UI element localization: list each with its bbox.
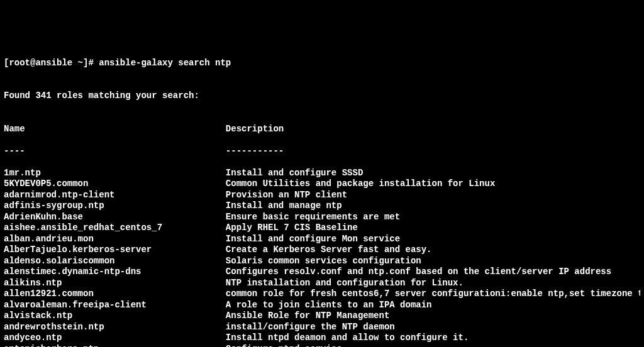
role-description: Common Utilities and package installatio… [226, 179, 640, 190]
divider-row: --------------- [4, 146, 640, 157]
result-row: alikins.ntpNTP installation and configur… [4, 278, 640, 289]
prompt-line: [root@ansible ~]# ansible-galaxy search … [4, 58, 640, 69]
role-name: allen12921.common [4, 289, 226, 300]
result-row: alvaroaleman.freeipa-clientA role to joi… [4, 300, 640, 311]
role-description: Ansible Role for NTP Management [226, 311, 640, 322]
role-description: Ensure basic requirements are met [226, 212, 640, 223]
role-name: andyceo.ntp [4, 333, 226, 344]
role-description: Install and configure Mon service [226, 234, 640, 245]
role-name: andrewrothstein.ntp [4, 322, 226, 333]
role-description: install/configure the NTP daemon [226, 322, 640, 333]
role-name: 5KYDEV0P5.common [4, 179, 226, 190]
role-description: Create a Kerberos Server fast and easy. [226, 245, 640, 256]
role-description: NTP installation and configuration for L… [226, 278, 640, 289]
role-name: alban.andrieu.mon [4, 234, 226, 245]
result-row: alvistack.ntpAnsible Role for NTP Manage… [4, 311, 640, 322]
role-name: alvistack.ntp [4, 311, 226, 322]
role-description: Solaris common services configuration [226, 256, 640, 267]
role-name: alenstimec.dynamic-ntp-dns [4, 267, 226, 278]
result-row: 1mr.ntpInstall and configure SSSD [4, 168, 640, 179]
result-row: alenstimec.dynamic-ntp-dnsConfigures res… [4, 267, 640, 278]
result-row: allen12921.commoncommon role for fresh c… [4, 289, 640, 300]
result-row: aishee.ansible_redhat_centos_7Apply RHEL… [4, 223, 640, 234]
result-row: adfinis-sygroup.ntpInstall and manage nt… [4, 201, 640, 212]
role-name: 1mr.ntp [4, 168, 226, 179]
role-description: Install and manage ntp [226, 201, 640, 212]
header-row: NameDescription [4, 124, 640, 135]
role-description: A role to join clients to an IPA domain [226, 300, 640, 311]
role-name: alvaroaleman.freeipa-client [4, 300, 226, 311]
result-row: antoniobarbaro.ntpConfigure ntpd service [4, 344, 640, 348]
header-name: Name [4, 124, 226, 135]
role-description: Apply RHEL 7 CIS Baseline [226, 223, 640, 234]
result-row: 5KYDEV0P5.commonCommon Utilities and pac… [4, 179, 640, 190]
result-row: alban.andrieu.monInstall and configure M… [4, 234, 640, 245]
result-row: AlberTajuelo.kerberos-serverCreate a Ker… [4, 245, 640, 256]
role-name: alikins.ntp [4, 278, 226, 289]
found-line: Found 341 roles matching your search: [4, 91, 640, 102]
result-row: aldenso.solariscommonSolaris common serv… [4, 256, 640, 267]
results-list: 1mr.ntpInstall and configure SSSD5KYDEV0… [4, 168, 640, 348]
role-name: AlberTajuelo.kerberos-server [4, 245, 226, 256]
role-name: aishee.ansible_redhat_centos_7 [4, 223, 226, 234]
role-name: adarnimrod.ntp-client [4, 190, 226, 201]
role-description: Install ntpd deamon and allow to configu… [226, 333, 640, 344]
role-name: antoniobarbaro.ntp [4, 344, 226, 348]
role-name: adfinis-sygroup.ntp [4, 201, 226, 212]
role-description: Provision an NTP client [226, 190, 640, 201]
result-row: andyceo.ntpInstall ntpd deamon and allow… [4, 333, 640, 344]
role-description: common role for fresh centos6,7 server c… [226, 289, 640, 300]
divider-description: ----------- [226, 146, 640, 157]
result-row: andrewrothstein.ntpinstall/configure the… [4, 322, 640, 333]
result-row: AdrienKuhn.baseEnsure basic requirements… [4, 212, 640, 223]
terminal-output: [root@ansible ~]# ansible-galaxy search … [4, 47, 640, 347]
divider-name: ---- [4, 146, 226, 157]
role-description: Install and configure SSSD [226, 168, 640, 179]
role-name: AdrienKuhn.base [4, 212, 226, 223]
role-description: Configures resolv.conf and ntp.conf base… [226, 267, 640, 278]
header-description: Description [226, 124, 640, 135]
role-name: aldenso.solariscommon [4, 256, 226, 267]
result-row: adarnimrod.ntp-clientProvision an NTP cl… [4, 190, 640, 201]
role-description: Configure ntpd service [226, 344, 640, 348]
